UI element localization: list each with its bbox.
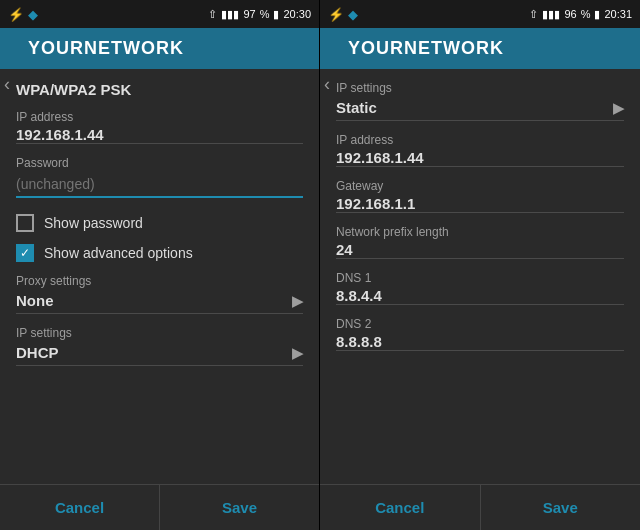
right-wifi-icon: ⇧ (529, 8, 538, 21)
right-network-prefix-value: 24 (336, 241, 624, 259)
right-ip-settings-label: IP settings (336, 81, 624, 95)
right-dns1-value: 8.8.4.4 (336, 287, 624, 305)
left-wifi-icon: ⇧ (208, 8, 217, 21)
left-footer-buttons: Cancel Save (0, 484, 319, 530)
left-content-area: WPA/WPA2 PSK IP address 192.168.1.44 Pas… (0, 69, 319, 484)
right-ip-address-label: IP address (336, 133, 624, 147)
left-battery-value: 97 (243, 8, 255, 20)
left-signal-icon: ▮▮▮ (221, 8, 239, 21)
ip-settings-value-display[interactable]: DHCP ▶ (16, 344, 303, 366)
show-password-checkbox[interactable] (16, 214, 34, 232)
right-status-icons: ⚡ ◆ (328, 7, 358, 22)
right-content-area: IP settings Static ▶ IP address 192.168.… (320, 69, 640, 484)
show-advanced-checkbox[interactable]: ✓ (16, 244, 34, 262)
left-status-bar: ⚡ ◆ ⇧ ▮▮▮ 97% ▮ 20:30 (0, 0, 319, 28)
right-signal-icon: ▮▮▮ (542, 8, 560, 21)
left-status-icons: ⚡ ◆ (8, 7, 38, 22)
ip-settings-dropdown-arrow-icon: ▶ (292, 345, 303, 361)
right-ip-settings-dropdown[interactable]: IP settings Static ▶ (336, 81, 624, 121)
right-dns2-label: DNS 2 (336, 317, 624, 331)
right-ip-address-value: 192.168.1.44 (336, 149, 624, 167)
ip-settings-selected-value: DHCP (16, 344, 59, 361)
left-header-title: YOURNETWORK (28, 38, 303, 59)
right-ip-settings-value-display[interactable]: Static ▶ (336, 99, 624, 121)
right-save-button[interactable]: Save (481, 485, 641, 530)
left-ip-settings-label: IP settings (16, 326, 303, 340)
left-time: 20:30 (283, 8, 311, 20)
right-status-bar: ⚡ ◆ ⇧ ▮▮▮ 96% ▮ 20:31 (320, 0, 640, 28)
show-password-label: Show password (44, 215, 143, 231)
right-status-right: ⇧ ▮▮▮ 96% ▮ 20:31 (529, 8, 632, 21)
right-ip-dropdown-arrow-icon: ▶ (613, 100, 624, 116)
right-header-title: YOURNETWORK (348, 38, 624, 59)
right-dns1-label: DNS 1 (336, 271, 624, 285)
app-icon: ◆ (28, 7, 38, 22)
proxy-label: Proxy settings (16, 274, 303, 288)
ip-address-value: 192.168.1.44 (16, 126, 303, 144)
right-gateway-label: Gateway (336, 179, 624, 193)
right-cancel-button[interactable]: Cancel (320, 485, 481, 530)
right-gateway-value: 192.168.1.1 (336, 195, 624, 213)
right-time: 20:31 (604, 8, 632, 20)
proxy-selected-value: None (16, 292, 54, 309)
usb-icon: ⚡ (8, 7, 24, 22)
left-app-header: YOURNETWORK (0, 28, 319, 69)
ip-settings-dropdown[interactable]: IP settings DHCP ▶ (16, 326, 303, 366)
right-battery-value: 96 (564, 8, 576, 20)
left-status-right: ⇧ ▮▮▮ 97% ▮ 20:30 (208, 8, 311, 21)
right-app-icon: ◆ (348, 7, 358, 22)
show-password-row[interactable]: Show password (16, 214, 303, 232)
right-usb-icon: ⚡ (328, 7, 344, 22)
proxy-value-display[interactable]: None ▶ (16, 292, 303, 314)
right-phone-panel: ⚡ ◆ ⇧ ▮▮▮ 96% ▮ 20:31 ‹ YOURNETWORK IP s… (320, 0, 640, 530)
proxy-dropdown-arrow-icon: ▶ (292, 293, 303, 309)
right-network-prefix-label: Network prefix length (336, 225, 624, 239)
show-advanced-row[interactable]: ✓ Show advanced options (16, 244, 303, 262)
left-battery-icon: ▮ (273, 8, 279, 21)
password-label: Password (16, 156, 303, 170)
right-app-header: YOURNETWORK (320, 28, 640, 69)
password-input[interactable] (16, 172, 303, 198)
right-back-arrow-icon[interactable]: ‹ (320, 66, 334, 103)
proxy-settings-dropdown[interactable]: Proxy settings None ▶ (16, 274, 303, 314)
right-footer-buttons: Cancel Save (320, 484, 640, 530)
right-dns2-value: 8.8.8.8 (336, 333, 624, 351)
security-type-label: WPA/WPA2 PSK (16, 81, 303, 98)
right-battery-icon: ▮ (594, 8, 600, 21)
left-save-button[interactable]: Save (160, 485, 319, 530)
left-cancel-button[interactable]: Cancel (0, 485, 160, 530)
right-ip-settings-selected: Static (336, 99, 377, 116)
left-phone-panel: ⚡ ◆ ⇧ ▮▮▮ 97% ▮ 20:30 ‹ YOURNETWORK WPA/… (0, 0, 320, 530)
show-advanced-label: Show advanced options (44, 245, 193, 261)
ip-address-label: IP address (16, 110, 303, 124)
back-arrow-icon[interactable]: ‹ (0, 66, 14, 103)
